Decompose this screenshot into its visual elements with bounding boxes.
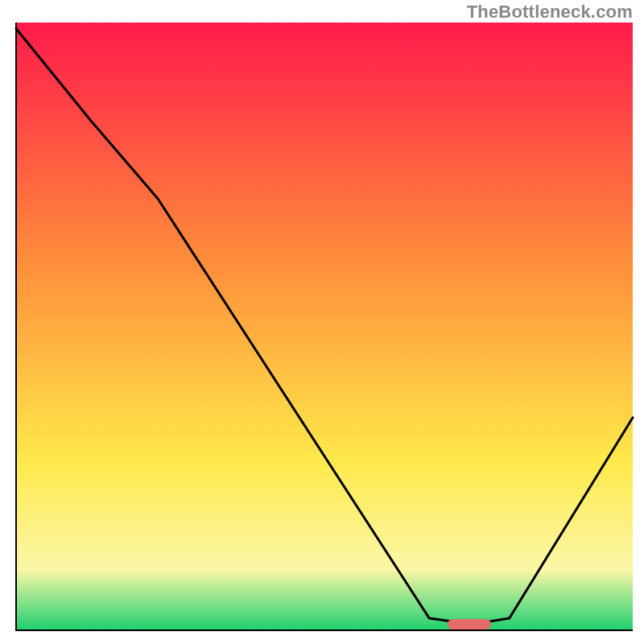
- chart-container: TheBottleneck.com: [0, 0, 644, 644]
- optimum-marker: [448, 619, 491, 630]
- plot-background: [16, 23, 633, 630]
- bottleneck-chart: [0, 0, 644, 644]
